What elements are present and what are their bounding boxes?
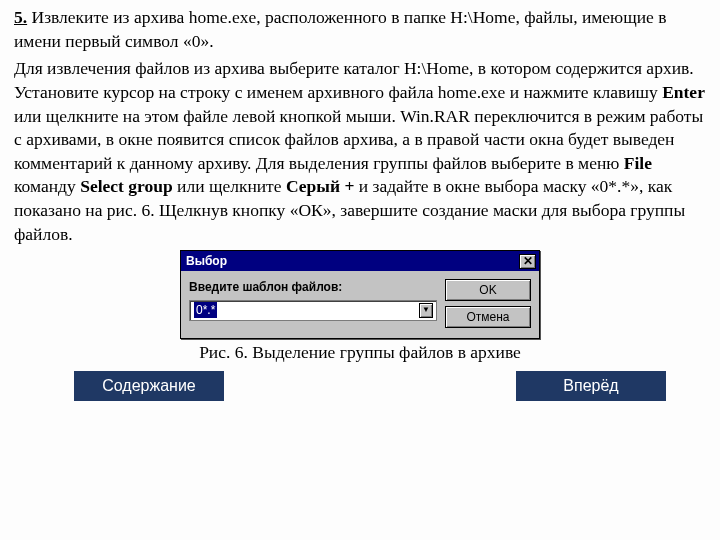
dialog-title: Выбор [186,253,227,269]
next-button[interactable]: Вперёд [516,371,666,401]
dialog-figure: Выбор ✕ Введите шаблон файлов: 0*.* ▼ OK… [14,250,706,339]
dialog-titlebar: Выбор ✕ [181,251,539,271]
contents-button[interactable]: Содержание [74,371,224,401]
nav-row: Содержание Вперёд [14,371,706,401]
pattern-value: 0*.* [194,302,217,318]
pattern-combobox[interactable]: 0*.* ▼ [189,300,437,321]
close-button[interactable]: ✕ [519,254,536,269]
chevron-down-icon[interactable]: ▼ [419,303,433,318]
cancel-button[interactable]: Отмена [445,306,531,328]
task-paragraph: 5. Извлеките из архива home.exe, располо… [14,6,706,53]
pattern-label: Введите шаблон файлов: [189,279,437,295]
figure-caption: Рис. 6. Выделение группы файлов в архиве [14,341,706,365]
close-icon: ✕ [523,255,533,267]
dialog-window: Выбор ✕ Введите шаблон файлов: 0*.* ▼ OK… [180,250,540,339]
ok-button[interactable]: OK [445,279,531,301]
task-text: Извлеките из архива home.exe, расположен… [14,7,666,51]
task-number: 5. [14,7,27,27]
instruction-paragraph: Для извлечения файлов из архива выберите… [14,57,706,246]
dialog-body: Введите шаблон файлов: 0*.* ▼ OK Отмена [181,271,539,338]
